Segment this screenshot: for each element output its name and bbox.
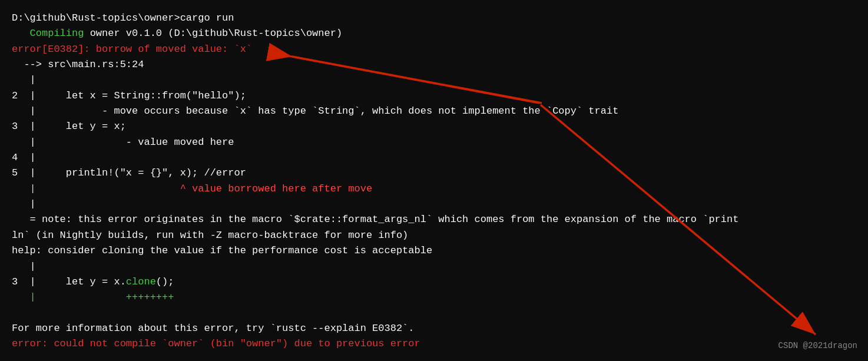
line-error-main: error[E0382]: borrow of moved value: `x` xyxy=(12,42,856,57)
line-3-code: 3 | let y = x; xyxy=(12,119,856,134)
line-5-code: 5 | println!("x = {}", x); //error xyxy=(12,165,856,181)
line-fix-code: 3 | let y = x.clone(); xyxy=(12,274,856,290)
terminal-window: D:\github\Rust-topics\owner>cargo run Co… xyxy=(0,0,868,361)
line-2-code: 2 | let x = String::from("hello"); xyxy=(12,88,856,104)
line-compiling: Compiling owner v0.1.0 (D:\github\Rust-t… xyxy=(12,26,856,41)
watermark: CSDN @2021dragon xyxy=(778,340,857,353)
line-note1: = note: this error originates in the mac… xyxy=(12,212,856,227)
line-4: 4 | xyxy=(12,150,856,165)
line-more-info: For more information about this error, t… xyxy=(12,321,856,336)
line-2-note: | - move occurs because `x` has type `St… xyxy=(12,104,856,119)
line-error-final: error: could not compile `owner` (bin "o… xyxy=(12,336,856,352)
line-pipe3: | xyxy=(12,259,856,274)
line-arrow-loc: --> src\main.rs:5:24 xyxy=(12,57,856,72)
line-blank2 xyxy=(12,352,856,361)
line-pipe2: | xyxy=(12,197,856,212)
line-note2: ln` (in Nightly builds, run with -Z macr… xyxy=(12,228,856,243)
line-fix-note: | ++++++++ xyxy=(12,290,856,305)
line-3-note: | - value moved here xyxy=(12,135,856,150)
line-pipe1: | xyxy=(12,72,856,88)
line-help: help: consider cloning the value if the … xyxy=(12,243,856,259)
line-5-note: | ^ value borrowed here after move xyxy=(12,181,856,197)
line-blank xyxy=(12,306,856,321)
line-cmd: D:\github\Rust-topics\owner>cargo run xyxy=(12,11,856,26)
